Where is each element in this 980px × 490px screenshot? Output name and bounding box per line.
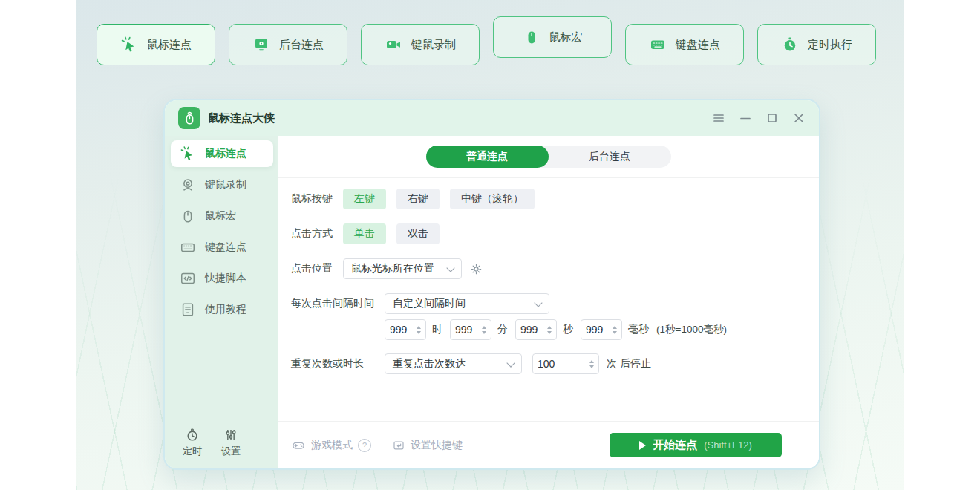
interval-seconds-input[interactable] xyxy=(520,324,544,336)
game-mode-label: 游戏模式 xyxy=(311,439,353,452)
click-type-single[interactable]: 单击 xyxy=(343,223,386,244)
click-type-label: 点击方式 xyxy=(291,227,333,241)
app-logo-mouse-icon xyxy=(178,107,200,129)
sidebar-timer-button[interactable]: 定时 xyxy=(183,428,202,458)
repeat-suffix: 次 后停止 xyxy=(607,357,651,370)
interval-seconds-field[interactable] xyxy=(515,319,557,340)
stepper-icon[interactable] xyxy=(547,326,552,334)
window-title: 鼠标连点大侠 xyxy=(208,111,275,125)
sliders-icon xyxy=(223,428,238,442)
repeat-mode-value: 重复点击次数达 xyxy=(393,357,466,370)
gear-icon[interactable] xyxy=(469,262,483,276)
stopwatch-icon xyxy=(781,36,799,53)
interval-hours-unit: 时 xyxy=(432,323,442,336)
tab-label: 键盘连点 xyxy=(676,38,720,52)
sidebar-item-label: 使用教程 xyxy=(205,303,246,316)
video-camera-icon xyxy=(385,36,402,53)
game-controller-icon xyxy=(291,438,306,453)
keyboard-icon xyxy=(649,36,667,53)
interval-minutes-field[interactable] xyxy=(450,319,491,340)
minimize-icon[interactable] xyxy=(739,111,752,125)
sidebar-item-tutorial[interactable]: 使用教程 xyxy=(171,296,273,323)
hotkey-label: 设置快捷键 xyxy=(411,439,463,452)
repeat-mode-select[interactable]: 重复点击次数达 xyxy=(385,353,522,374)
maximize-icon[interactable] xyxy=(765,111,779,125)
sidebar-item-label: 鼠标连点 xyxy=(205,147,246,160)
click-type-row: 点击方式 单击 双击 xyxy=(291,223,806,244)
settings-form: 鼠标按键 左键 右键 中键（滚轮） 点击方式 单击 双击 点击位置 鼠标光标所在… xyxy=(278,189,819,374)
sidebar-item-quick-script[interactable]: 快捷脚本 xyxy=(171,265,273,292)
chevron-down-icon xyxy=(446,264,454,272)
sidebar-footer: 定时 设置 xyxy=(165,428,278,458)
interval-minutes-input[interactable] xyxy=(455,324,479,336)
click-position-label: 点击位置 xyxy=(291,262,333,275)
interval-ms-field[interactable] xyxy=(581,319,622,340)
mouse-button-right[interactable]: 右键 xyxy=(396,189,440,209)
main-content: 普通连点 后台连点 鼠标按键 左键 右键 中键（滚轮） 点击方式 单击 双击 点… xyxy=(278,136,819,468)
repeat-count-input[interactable] xyxy=(538,358,587,370)
action-bar: 游戏模式 ? 设置快捷键 开始连点 (Shift+F12) xyxy=(278,421,819,468)
tab-record[interactable]: 键鼠录制 xyxy=(361,24,480,65)
sidebar-item-mouse-clicker[interactable]: 鼠标连点 xyxy=(171,140,273,167)
mouse-button-middle[interactable]: 中键（滚轮） xyxy=(450,189,535,209)
mode-tab-header: 普通连点 后台连点 xyxy=(278,136,819,178)
sidebar-item-label: 键盘连点 xyxy=(205,241,246,254)
chevron-down-icon xyxy=(506,359,514,367)
tab-keyboard-clicker[interactable]: 键盘连点 xyxy=(625,24,744,65)
help-icon[interactable]: ? xyxy=(358,439,371,452)
interval-ms-input[interactable] xyxy=(586,324,610,336)
stepper-icon[interactable] xyxy=(416,326,421,334)
interval-ms-unit: 毫秒 xyxy=(628,323,649,336)
tab-mouse-clicker[interactable]: 鼠标连点 xyxy=(97,24,215,65)
click-position-value: 鼠标光标所在位置 xyxy=(351,262,434,275)
start-clicking-button[interactable]: 开始连点 (Shift+F12) xyxy=(610,433,782,457)
tab-background-clicker[interactable]: 后台连点 xyxy=(229,24,347,65)
click-position-select[interactable]: 鼠标光标所在位置 xyxy=(343,258,462,279)
interval-mode-select[interactable]: 自定义间隔时间 xyxy=(385,293,549,314)
close-icon[interactable] xyxy=(792,111,806,125)
monitor-icon xyxy=(252,36,270,53)
keyboard-icon xyxy=(180,239,196,255)
mode-tab-normal[interactable]: 普通连点 xyxy=(426,146,549,168)
sidebar-settings-button[interactable]: 设置 xyxy=(221,428,241,458)
stepper-icon[interactable] xyxy=(612,326,617,334)
interval-hours-field[interactable] xyxy=(385,319,426,340)
interval-row: 每次点击间隔时间 自定义间隔时间 xyxy=(291,293,806,314)
hotkey-settings-button[interactable]: 设置快捷键 xyxy=(392,439,463,452)
chevron-down-icon xyxy=(534,298,542,307)
mouse-icon xyxy=(180,208,196,224)
mode-segmented-control: 普通连点 后台连点 xyxy=(426,146,671,168)
tab-mouse-macro[interactable]: 鼠标宏 xyxy=(493,16,612,58)
repeat-row: 重复次数或时长 重复点击次数达 次 后停止 xyxy=(291,353,806,374)
menu-icon[interactable] xyxy=(712,111,725,125)
cursor-click-icon xyxy=(180,146,196,162)
repeat-count-field[interactable] xyxy=(532,353,599,374)
start-button-shortcut: (Shift+F12) xyxy=(704,440,752,451)
stepper-icon[interactable] xyxy=(482,326,486,334)
tab-label: 鼠标连点 xyxy=(147,38,192,52)
play-icon xyxy=(639,441,646,450)
tab-scheduled-run[interactable]: 定时执行 xyxy=(757,24,876,65)
sidebar-item-keyboard-clicker[interactable]: 键盘连点 xyxy=(171,234,273,261)
title-bar: 鼠标连点大侠 xyxy=(165,100,819,136)
sidebar-item-label: 键鼠录制 xyxy=(205,178,246,192)
sidebar: 鼠标连点 键鼠录制 鼠标宏 键盘连点 xyxy=(165,136,278,468)
webcam-icon xyxy=(180,177,196,193)
mode-tab-background[interactable]: 后台连点 xyxy=(549,146,671,168)
tab-label: 键鼠录制 xyxy=(411,38,456,52)
mouse-icon xyxy=(523,28,540,46)
sidebar-timer-label: 定时 xyxy=(183,445,202,458)
click-type-double[interactable]: 双击 xyxy=(396,223,440,244)
interval-seconds-unit: 秒 xyxy=(563,323,573,336)
tab-label: 鼠标宏 xyxy=(549,30,583,45)
mouse-button-label: 鼠标按键 xyxy=(291,192,333,206)
sidebar-item-record[interactable]: 键鼠录制 xyxy=(171,172,273,198)
stepper-icon[interactable] xyxy=(589,360,594,368)
cursor-click-icon xyxy=(120,36,138,53)
sidebar-item-mouse-macro[interactable]: 鼠标宏 xyxy=(171,203,273,229)
interval-hours-input[interactable] xyxy=(390,324,414,336)
window-controls xyxy=(712,111,806,125)
mouse-button-left[interactable]: 左键 xyxy=(343,189,386,209)
stopwatch-icon xyxy=(185,428,200,442)
game-mode-button[interactable]: 游戏模式 ? xyxy=(291,438,371,453)
